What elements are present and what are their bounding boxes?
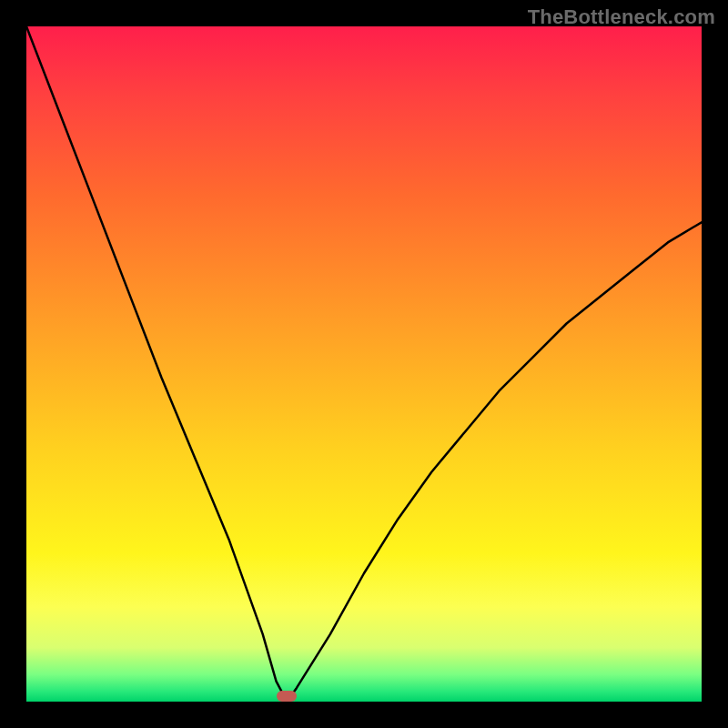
chart-plot-area bbox=[26, 26, 702, 702]
bottleneck-curve bbox=[26, 26, 702, 702]
optimal-point-marker bbox=[277, 691, 297, 702]
